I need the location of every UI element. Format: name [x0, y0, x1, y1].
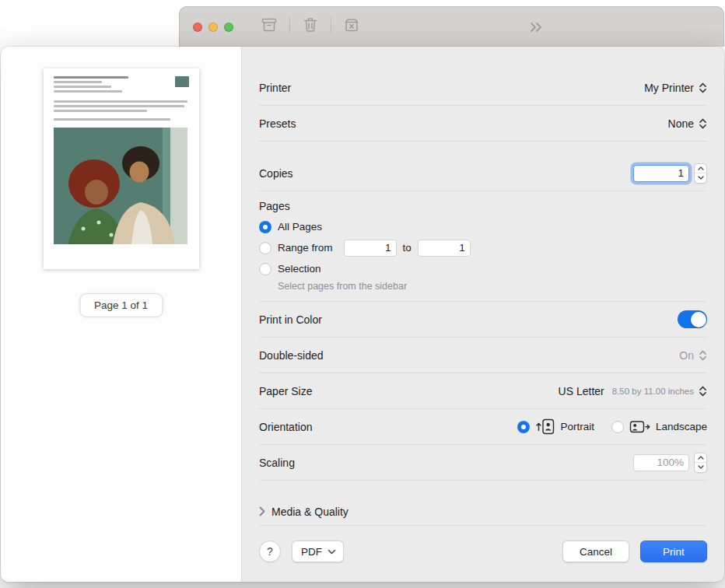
media-quality-label: Media & Quality: [271, 506, 348, 518]
chevron-up-down-icon: [699, 385, 707, 397]
range-option[interactable]: Range from to: [259, 237, 707, 258]
paper-size-detail: 8.50 by 11.00 inches: [612, 387, 694, 396]
stepper-down-icon[interactable]: [695, 173, 706, 183]
email-header-line: [54, 81, 102, 83]
copies-label: Copies: [259, 167, 293, 180]
presets-row: Presets None: [259, 106, 707, 142]
radio-unselected-icon[interactable]: [259, 263, 271, 275]
selection-label: Selection: [278, 263, 321, 275]
portrait-icon: [535, 418, 555, 435]
print-button[interactable]: Print: [640, 541, 707, 562]
all-pages-label: All Pages: [278, 221, 322, 233]
presets-label: Presets: [259, 117, 296, 130]
portrait-option[interactable]: Portrait: [517, 418, 594, 435]
scaling-row: Scaling: [259, 445, 707, 481]
printer-popup[interactable]: My Printer: [644, 82, 707, 94]
stepper-down-icon[interactable]: [695, 463, 706, 472]
landscape-icon: [629, 418, 650, 435]
range-to-input[interactable]: [418, 240, 471, 257]
print-preview-panel: Page 1 of 1: [1, 47, 242, 582]
copies-input[interactable]: [633, 165, 689, 182]
trash-icon[interactable]: [301, 16, 320, 34]
print-settings-panel: Printer My Printer Presets None Copies: [242, 47, 724, 582]
copies-stepper[interactable]: [694, 163, 707, 184]
radio-unselected-icon[interactable]: [611, 421, 624, 433]
email-header-line: [54, 90, 122, 93]
paper-size-row: Paper Size US Letter 8.50 by 11.00 inche…: [259, 373, 707, 409]
close-window-button[interactable]: [193, 23, 202, 32]
range-from-label: Range from: [278, 242, 333, 254]
landscape-label: Landscape: [656, 421, 707, 432]
toolbar-divider: [331, 16, 331, 33]
presets-value: None: [668, 117, 694, 130]
disclosure-chevron-icon: [259, 506, 265, 516]
range-from-input[interactable]: [344, 240, 397, 257]
email-body-line: [54, 110, 147, 112]
cancel-button[interactable]: Cancel: [562, 541, 629, 562]
paper-size-value: US Letter: [559, 385, 604, 397]
double-sided-value: On: [679, 349, 694, 362]
printer-row: Printer My Printer: [259, 70, 707, 106]
archive-icon[interactable]: [260, 16, 278, 34]
chevron-up-down-icon: [699, 82, 707, 94]
portrait-label: Portrait: [560, 421, 594, 432]
copies-row: Copies: [259, 156, 707, 191]
print-in-color-row: Print in Color: [259, 302, 707, 338]
all-pages-option[interactable]: All Pages: [259, 216, 707, 237]
scaling-input[interactable]: [633, 454, 689, 471]
chevron-down-icon: [327, 549, 336, 555]
radio-selected-icon[interactable]: [517, 421, 530, 433]
help-button[interactable]: ?: [259, 541, 281, 562]
more-toolbar-items-icon[interactable]: [526, 20, 546, 37]
pages-label: Pages: [259, 200, 290, 212]
range-to-label: to: [403, 242, 412, 254]
pdf-menu-button[interactable]: PDF: [292, 541, 344, 562]
email-photo: [54, 128, 187, 244]
printer-label: Printer: [259, 82, 291, 94]
selection-hint: Select pages from the sidebar: [278, 279, 707, 293]
paper-size-popup[interactable]: US Letter 8.50 by 11.00 inches: [559, 385, 707, 397]
email-body-line: [54, 100, 187, 103]
zoom-window-button[interactable]: [224, 23, 233, 32]
media-quality-disclosure[interactable]: Media & Quality: [259, 498, 707, 526]
cancel-label: Cancel: [580, 546, 612, 558]
pdf-label: PDF: [301, 546, 322, 558]
stepper-up-icon[interactable]: [695, 164, 706, 174]
print-label: Print: [663, 546, 685, 558]
toggle-knob: [691, 312, 706, 327]
sender-avatar: [175, 76, 189, 87]
double-sided-label: Double-sided: [259, 349, 324, 362]
print-in-color-toggle[interactable]: [678, 310, 707, 328]
radio-selected-icon[interactable]: [259, 221, 271, 233]
help-label: ?: [267, 545, 273, 558]
email-body-line: [54, 105, 184, 107]
print-dialog: Page 1 of 1 Printer My Printer Presets N…: [1, 47, 724, 582]
page-indicator: Page 1 of 1: [79, 293, 163, 317]
printer-value: My Printer: [644, 82, 694, 94]
toolbar-divider: [289, 16, 290, 33]
radio-unselected-icon[interactable]: [259, 242, 271, 254]
scaling-label: Scaling: [259, 457, 295, 469]
chevron-up-down-icon: [699, 117, 707, 130]
email-body-line: [54, 118, 170, 121]
double-sided-popup[interactable]: On: [679, 349, 707, 362]
chevron-up-down-icon: [699, 349, 707, 362]
print-in-color-label: Print in Color: [259, 313, 322, 326]
window-controls: [193, 23, 233, 32]
email-header-line: [54, 86, 111, 88]
junk-icon[interactable]: [342, 16, 361, 34]
stepper-up-icon[interactable]: [695, 453, 706, 464]
double-sided-row: Double-sided On: [259, 338, 707, 373]
screen: Page 1 of 1 Printer My Printer Presets N…: [0, 0, 725, 588]
selection-option[interactable]: Selection: [259, 258, 707, 279]
scaling-stepper[interactable]: [694, 453, 707, 473]
email-header-line: [54, 76, 128, 79]
pages-section: Pages All Pages Range from to Selection: [259, 191, 707, 302]
presets-popup[interactable]: None: [668, 117, 707, 130]
paper-size-label: Paper Size: [259, 385, 312, 397]
orientation-label: Orientation: [259, 421, 312, 433]
landscape-option[interactable]: Landscape: [611, 418, 707, 435]
mail-window-toolbar: [179, 6, 724, 47]
dialog-footer: ? PDF Cancel Print: [259, 526, 707, 582]
minimize-window-button[interactable]: [208, 23, 218, 32]
